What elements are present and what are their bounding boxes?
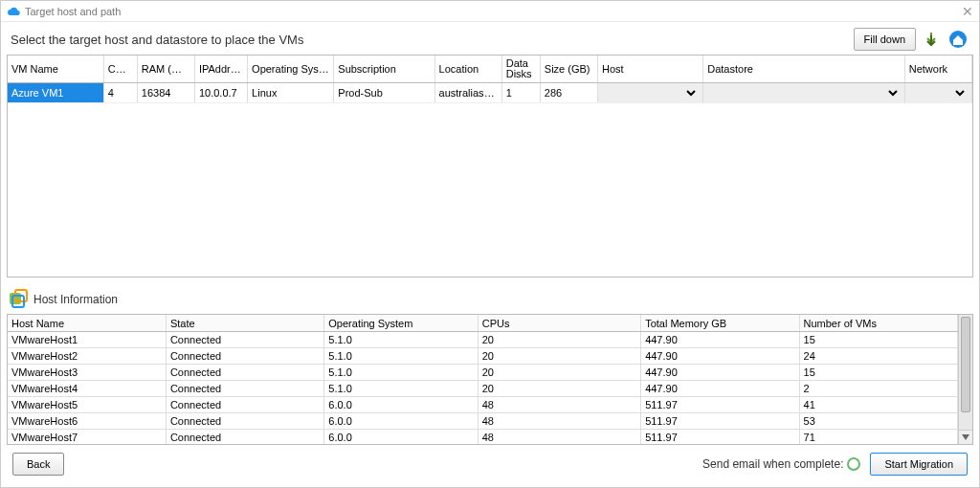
scrollbar-thumb[interactable] xyxy=(961,317,970,412)
close-icon[interactable]: ✕ xyxy=(962,4,973,19)
cell-hostname: VMwareHost5 xyxy=(8,397,166,413)
cell-hostos: 5.1.0 xyxy=(324,348,478,365)
cell-state: Connected xyxy=(166,332,323,348)
cell-hostcpus: 20 xyxy=(478,348,640,365)
col-subscription[interactable]: Subscription xyxy=(334,55,434,82)
host-row[interactable]: VMwareHost4Connected5.1.020447.902 xyxy=(8,381,958,397)
host-row[interactable]: VMwareHost3Connected5.1.020447.9015 xyxy=(8,365,958,381)
cell-numvms: 53 xyxy=(799,413,957,430)
cell-subscription: Prod-Sub xyxy=(334,82,434,102)
cell-mem: 447.90 xyxy=(641,348,799,365)
col-cpus[interactable]: CPUs xyxy=(103,55,137,82)
cell-hostcpus: 48 xyxy=(478,413,640,430)
host-row[interactable]: VMwareHost6Connected6.0.048511.9753 xyxy=(8,413,958,430)
scroll-down-icon[interactable] xyxy=(959,430,972,444)
cell-datadisks: 1 xyxy=(501,82,540,102)
cell-mem: 511.97 xyxy=(641,397,799,413)
cell-network[interactable] xyxy=(904,82,971,102)
instruction-text: Select the target host and datastore to … xyxy=(11,33,854,47)
network-select[interactable] xyxy=(909,85,968,100)
col-size[interactable]: Size (GB) xyxy=(540,55,597,82)
col-hostname[interactable]: Host Name xyxy=(8,315,166,332)
cell-mem: 447.90 xyxy=(641,365,799,381)
cell-numvms: 2 xyxy=(799,381,957,397)
datastore-select[interactable] xyxy=(707,85,901,100)
cell-vmname[interactable]: Azure VM1 xyxy=(8,82,103,102)
cell-hostos: 5.1.0 xyxy=(324,381,478,397)
cell-hostos: 6.0.0 xyxy=(324,397,478,413)
cell-numvms: 15 xyxy=(799,332,957,348)
host-info-label: Host Information xyxy=(33,293,118,306)
fill-down-button[interactable]: Fill down xyxy=(854,28,916,51)
col-os[interactable]: Operating System xyxy=(248,55,334,82)
cell-hostcpus: 20 xyxy=(478,381,640,397)
cell-state: Connected xyxy=(166,413,323,430)
col-datastore[interactable]: Datastore xyxy=(703,55,905,82)
host-row[interactable]: VMwareHost2Connected5.1.020447.9024 xyxy=(8,348,958,365)
cell-hostos: 5.1.0 xyxy=(324,332,478,348)
cell-os: Linux xyxy=(248,82,334,102)
cell-ip: 10.0.0.7 xyxy=(194,82,247,102)
email-toggle[interactable] xyxy=(847,457,860,471)
cell-state: Connected xyxy=(166,430,323,444)
cloud-icon xyxy=(7,7,20,16)
host-grid-header: Host Name State Operating System CPUs To… xyxy=(8,315,958,332)
cell-size: 286 xyxy=(540,82,597,102)
host-row[interactable]: VMwareHost1Connected5.1.020447.9015 xyxy=(8,332,958,348)
cell-ram: 16384 xyxy=(137,82,194,102)
back-button[interactable]: Back xyxy=(12,453,64,476)
cell-hostcpus: 48 xyxy=(478,397,640,413)
cell-state: Connected xyxy=(166,381,323,397)
col-network[interactable]: Network xyxy=(904,55,971,82)
col-hostos[interactable]: Operating System xyxy=(324,315,478,332)
col-hostcpus[interactable]: CPUs xyxy=(478,315,640,332)
home-icon[interactable] xyxy=(947,28,969,51)
cell-host[interactable] xyxy=(597,82,702,102)
host-grid[interactable]: Host Name State Operating System CPUs To… xyxy=(7,314,973,445)
email-label: Send email when complete: xyxy=(702,457,843,471)
cell-state: Connected xyxy=(166,365,323,381)
host-select[interactable] xyxy=(602,85,699,100)
cell-location: australiasout.. xyxy=(434,82,501,102)
cell-mem: 511.97 xyxy=(641,413,799,430)
col-mem[interactable]: Total Memory GB xyxy=(641,315,799,332)
window-title: Target host and path xyxy=(25,6,121,17)
col-location[interactable]: Location xyxy=(434,55,501,82)
col-vmname[interactable]: VM Name xyxy=(8,55,103,82)
col-numvms[interactable]: Number of VMs xyxy=(799,315,957,332)
cell-numvms: 24 xyxy=(799,348,957,365)
col-ram[interactable]: RAM (MB) xyxy=(137,55,194,82)
cell-cpus: 4 xyxy=(103,82,137,102)
cell-mem: 447.90 xyxy=(641,332,799,348)
cell-mem: 511.97 xyxy=(641,430,799,444)
cell-datastore[interactable] xyxy=(703,82,905,102)
cell-numvms: 41 xyxy=(799,397,957,413)
cell-numvms: 15 xyxy=(799,365,957,381)
col-host[interactable]: Host xyxy=(597,55,702,82)
host-row[interactable]: VMwareHost7Connected6.0.048511.9771 xyxy=(8,430,958,444)
cell-numvms: 71 xyxy=(799,430,957,444)
cell-hostcpus: 20 xyxy=(478,332,640,348)
vm-row[interactable]: Azure VM141638410.0.0.7LinuxProd-Subaust… xyxy=(8,82,972,102)
fill-down-arrow-icon[interactable] xyxy=(920,28,943,51)
cell-hostcpus: 20 xyxy=(478,365,640,381)
instruction-bar: Select the target host and datastore to … xyxy=(7,26,973,55)
col-ip[interactable]: IPAddress xyxy=(194,55,247,82)
start-migration-button[interactable]: Start Migration xyxy=(870,453,968,476)
vmware-icon xyxy=(9,289,28,310)
cell-hostname: VMwareHost4 xyxy=(8,381,166,397)
col-state[interactable]: State xyxy=(166,315,323,332)
cell-hostname: VMwareHost7 xyxy=(8,430,166,444)
cell-state: Connected xyxy=(166,397,323,413)
cell-hostname: VMwareHost1 xyxy=(8,332,166,348)
titlebar: Target host and path ✕ xyxy=(1,1,979,22)
cell-hostos: 6.0.0 xyxy=(324,430,478,444)
footer-bar: Back Send email when complete: Start Mig… xyxy=(7,445,973,483)
cell-hostcpus: 48 xyxy=(478,430,640,444)
cell-hostos: 5.1.0 xyxy=(324,365,478,381)
host-row[interactable]: VMwareHost5Connected6.0.048511.9741 xyxy=(8,397,958,413)
cell-mem: 447.90 xyxy=(641,381,799,397)
vm-grid[interactable]: VM Name CPUs RAM (MB) IPAddress Operatin… xyxy=(7,55,973,277)
col-datadisks[interactable]: DataDisks xyxy=(501,55,540,82)
host-scrollbar[interactable] xyxy=(958,315,972,444)
